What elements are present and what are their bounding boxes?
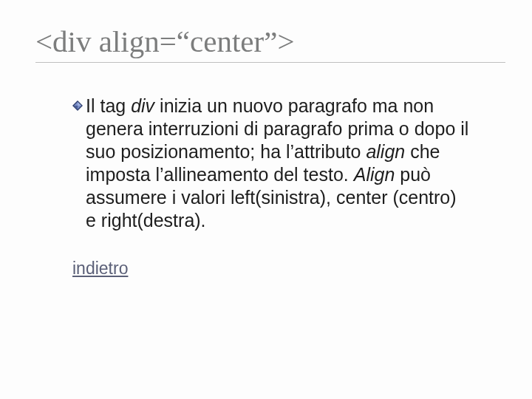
slide-title: <div align=“center”> <box>35 24 501 59</box>
italic-term: Align <box>354 164 395 185</box>
title-block: <div align=“center”> <box>35 24 501 64</box>
paragraph: Il tag div inizia un nuovo paragrafo ma … <box>86 95 471 232</box>
bullet-list-item: Il tag div inizia un nuovo paragrafo ma … <box>72 95 471 232</box>
body-content: Il tag div inizia un nuovo paragrafo ma … <box>72 95 471 279</box>
diamond-bullet-icon <box>72 100 83 111</box>
slide: <div align=“center”> Il tag div inizia u… <box>0 0 532 399</box>
italic-term: align <box>366 141 405 162</box>
back-link[interactable]: indietro <box>72 259 128 279</box>
text-segment: Il tag <box>86 95 131 116</box>
italic-term: div <box>131 95 154 116</box>
title-underline <box>35 62 505 64</box>
